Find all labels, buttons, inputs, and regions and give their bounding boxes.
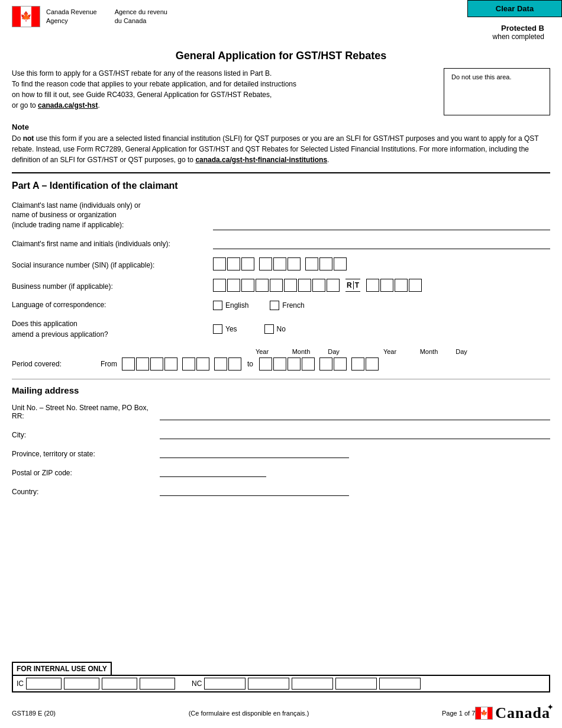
no-checkbox[interactable]	[264, 324, 274, 334]
french-available: (Ce formulaire est disponible en françai…	[56, 710, 442, 717]
bn-box-4[interactable]	[256, 279, 269, 292]
english-label: English	[225, 301, 248, 310]
bn-box-1[interactable]	[213, 279, 226, 292]
ic-box-2[interactable]	[64, 678, 99, 690]
amend-label: Does this applicationamend a previous ap…	[12, 318, 207, 340]
bn-box-6[interactable]	[284, 279, 297, 292]
bn-rt-box-2[interactable]	[380, 279, 393, 292]
lastname-row: Claimant's last name (individuals only) …	[12, 201, 550, 230]
yes-option[interactable]: Yes	[213, 324, 237, 334]
sin-box-9[interactable]	[334, 257, 347, 270]
to-year-4[interactable]	[302, 357, 315, 371]
province-row: Province, territory or state:	[12, 447, 550, 458]
firstname-label: Claimant's first name and initials (indi…	[12, 239, 207, 249]
to-year-2[interactable]	[273, 357, 286, 371]
period-to-boxes	[259, 357, 379, 371]
financial-institutions-link[interactable]: canada.ca/gst-hst-financial-institutions	[195, 156, 327, 164]
to-day-2[interactable]	[366, 357, 379, 371]
sin-field	[213, 257, 347, 270]
nc-box-3[interactable]	[292, 678, 333, 690]
english-checkbox[interactable]	[213, 301, 222, 310]
city-field[interactable]	[160, 429, 550, 439]
note-section: Note Do not use this form if you are a s…	[12, 121, 550, 165]
canada-text: Canada✦	[495, 704, 550, 722]
to-year-3[interactable]	[288, 357, 301, 371]
form-title: General Application for GST/HST Rebates	[0, 41, 562, 68]
french-option[interactable]: French	[270, 301, 304, 310]
sin-box-8[interactable]	[319, 257, 332, 270]
firstname-field[interactable]	[213, 239, 550, 249]
period-label: Period covered:	[12, 360, 101, 368]
sin-box-7[interactable]	[305, 257, 318, 270]
to-year-1[interactable]	[259, 357, 272, 371]
bn-box-3[interactable]	[241, 279, 254, 292]
bn-box-8[interactable]	[312, 279, 325, 292]
french-checkbox[interactable]	[270, 301, 279, 310]
to-month-1[interactable]	[319, 357, 332, 371]
street-label: Unit No. – Street No. Street name, PO Bo…	[12, 404, 160, 420]
language-checkboxes: English French	[213, 301, 305, 310]
period-headers-row: Year Month Day Year Month Day	[12, 348, 550, 355]
bn-box-5[interactable]	[270, 279, 283, 292]
period-boxes-row: Period covered: From to	[12, 357, 550, 371]
from-year-2[interactable]	[136, 357, 149, 371]
bn-rt-box-4[interactable]	[409, 279, 422, 292]
bn-rt-box-1[interactable]	[366, 279, 379, 292]
gst-hst-link[interactable]: canada.ca/gst-hst	[38, 101, 98, 109]
sin-box-5[interactable]	[273, 257, 286, 270]
bn-box-9[interactable]	[327, 279, 340, 292]
sin-group-3	[305, 257, 347, 270]
no-option[interactable]: No	[264, 324, 286, 334]
from-year-4[interactable]	[164, 357, 177, 371]
sin-box-3[interactable]	[241, 257, 254, 270]
yes-checkbox[interactable]	[213, 324, 222, 334]
sin-box-1[interactable]	[213, 257, 226, 270]
bn-rt-box-3[interactable]	[395, 279, 408, 292]
bn-label: Business number (if applicable):	[12, 282, 207, 292]
to-day-1[interactable]	[351, 357, 364, 371]
to-label: to	[247, 360, 253, 368]
nc-box-4[interactable]	[335, 678, 377, 690]
to-month-2[interactable]	[334, 357, 347, 371]
ic-box-4[interactable]	[140, 678, 175, 690]
clear-data-button[interactable]: Clear Data	[467, 0, 562, 17]
amend-checkboxes: Yes No	[213, 324, 286, 334]
instructions-text: Use this form to apply for a GST/HST reb…	[12, 68, 432, 115]
sin-box-4[interactable]	[259, 257, 272, 270]
amend-row: Does this applicationamend a previous ap…	[12, 318, 550, 340]
ic-box-3[interactable]	[102, 678, 137, 690]
from-month-1[interactable]	[182, 357, 195, 371]
footer: GST189 E (20) (Ce formulaire est disponi…	[12, 704, 550, 722]
country-field[interactable]	[160, 485, 349, 496]
internal-use-label: FOR INTERNAL USE ONLY	[12, 662, 112, 675]
bn-row: Business number (if applicable): R T	[12, 279, 550, 292]
country-row: Country:	[12, 485, 550, 496]
nc-box-1[interactable]	[204, 678, 246, 690]
bn-box-2[interactable]	[227, 279, 240, 292]
from-day-2[interactable]	[228, 357, 241, 371]
sin-box-6[interactable]	[288, 257, 301, 270]
street-field[interactable]	[160, 410, 550, 420]
nc-box-5[interactable]	[379, 678, 421, 690]
ic-box-1[interactable]	[26, 678, 62, 690]
agency-name-en: Canada Revenue Agency	[46, 8, 97, 26]
nc-box-2[interactable]	[248, 678, 289, 690]
province-field[interactable]	[160, 447, 349, 458]
form-number: GST189 E (20)	[12, 710, 56, 717]
from-year-3[interactable]	[150, 357, 163, 371]
day-header-from: Day	[321, 348, 347, 355]
language-label: Language of correspondence:	[12, 300, 207, 310]
do-not-use-box: Do not use this area.	[444, 68, 550, 115]
bn-box-7[interactable]	[298, 279, 311, 292]
from-year-1[interactable]	[122, 357, 135, 371]
postal-field[interactable]	[160, 466, 266, 477]
note-title: Note	[12, 123, 29, 131]
english-option[interactable]: English	[213, 301, 248, 310]
from-day-1[interactable]	[214, 357, 227, 371]
lastname-field[interactable]	[213, 220, 550, 230]
language-row: Language of correspondence: English Fren…	[12, 300, 550, 310]
sin-box-2[interactable]	[227, 257, 240, 270]
sin-row: Social insurance number (SIN) (if applic…	[12, 257, 550, 270]
from-month-2[interactable]	[196, 357, 209, 371]
yes-label: Yes	[225, 325, 237, 333]
